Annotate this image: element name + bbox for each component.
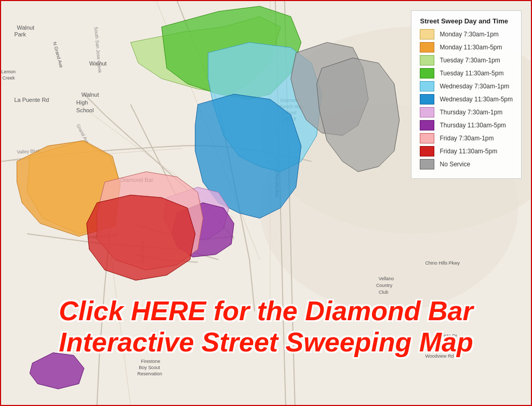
svg-text:Walnut: Walnut bbox=[89, 60, 107, 67]
svg-text:La Puente Rd: La Puente Rd bbox=[14, 97, 49, 103]
svg-text:Boy Scout: Boy Scout bbox=[139, 365, 160, 370]
legend-item: Thursday 7:30am-1pm bbox=[420, 107, 513, 117]
cta-line2: Interactive Street Sweeping Map bbox=[11, 327, 521, 358]
legend-item: No Service bbox=[420, 159, 513, 169]
legend-swatch bbox=[420, 42, 434, 53]
legend-item: Tuesday 7:30am-1pm bbox=[420, 55, 513, 66]
legend-swatch bbox=[420, 107, 434, 117]
map-container: Valley Blvd Grand Ave South San Jose Cre… bbox=[0, 0, 532, 406]
legend-swatch bbox=[420, 55, 434, 66]
svg-text:Chino Hills Pkwy: Chino Hills Pkwy bbox=[425, 260, 460, 266]
svg-text:Country: Country bbox=[376, 283, 393, 288]
svg-text:Vellano: Vellano bbox=[379, 276, 394, 281]
legend-item-label: Friday 7:30am-1pm bbox=[440, 135, 494, 142]
cta-button[interactable]: Click HERE for the Diamond Bar Interacti… bbox=[1, 291, 531, 363]
legend-swatch bbox=[420, 133, 434, 143]
legend-item: Thursday 11:30am-5pm bbox=[420, 120, 513, 130]
legend-swatch bbox=[420, 146, 434, 156]
legend-item-label: No Service bbox=[440, 161, 470, 168]
legend-items-container: Monday 7:30am-1pmMonday 11:30am-5pmTuesd… bbox=[420, 29, 513, 169]
legend-item-label: Thursday 11:30am-5pm bbox=[440, 122, 506, 129]
legend-item-label: Wednesday 7:30am-1pm bbox=[440, 83, 509, 90]
svg-text:School: School bbox=[76, 107, 94, 113]
legend-item-label: Monday 7:30am-1pm bbox=[440, 31, 498, 38]
cta-line1: Click HERE for the Diamond Bar bbox=[11, 296, 521, 327]
legend-item: Monday 7:30am-1pm bbox=[420, 29, 513, 40]
legend-item-label: Friday 11:30am-5pm bbox=[440, 148, 497, 155]
svg-text:High: High bbox=[76, 99, 88, 106]
cta-text: Click HERE for the Diamond Bar Interacti… bbox=[11, 296, 521, 358]
svg-text:Reservation: Reservation bbox=[137, 371, 162, 376]
svg-text:Park: Park bbox=[14, 31, 26, 37]
legend-item-label: Thursday 7:30am-1pm bbox=[440, 109, 502, 116]
legend-item-label: Tuesday 7:30am-1pm bbox=[440, 57, 500, 64]
legend-item: Tuesday 11:30am-5pm bbox=[420, 68, 513, 78]
legend-swatch bbox=[420, 94, 434, 104]
legend-swatch bbox=[420, 29, 434, 40]
svg-text:Creek: Creek bbox=[3, 75, 15, 81]
legend-item-label: Tuesday 11:30am-5pm bbox=[440, 70, 503, 77]
legend-item: Wednesday 11:30am-5pm bbox=[420, 94, 513, 104]
legend-item-label: Monday 11:30am-5pm bbox=[440, 44, 502, 51]
svg-text:Lemon: Lemon bbox=[2, 69, 16, 74]
legend-swatch bbox=[420, 120, 434, 130]
legend-swatch bbox=[420, 68, 434, 78]
legend-item: Wednesday 7:30am-1pm bbox=[420, 81, 513, 91]
svg-text:Walnut: Walnut bbox=[82, 91, 99, 98]
legend-item-label: Wednesday 11:30am-5pm bbox=[440, 96, 513, 103]
legend-panel: Street Sweep Day and Time Monday 7:30am-… bbox=[411, 10, 522, 179]
legend-item: Monday 11:30am-5pm bbox=[420, 42, 513, 53]
legend-swatch bbox=[420, 159, 434, 169]
legend-swatch bbox=[420, 81, 434, 91]
svg-text:Walnut: Walnut bbox=[17, 24, 34, 31]
legend-item: Friday 7:30am-1pm bbox=[420, 133, 513, 143]
legend-title: Street Sweep Day and Time bbox=[420, 17, 513, 25]
legend-item: Friday 11:30am-5pm bbox=[420, 146, 513, 156]
